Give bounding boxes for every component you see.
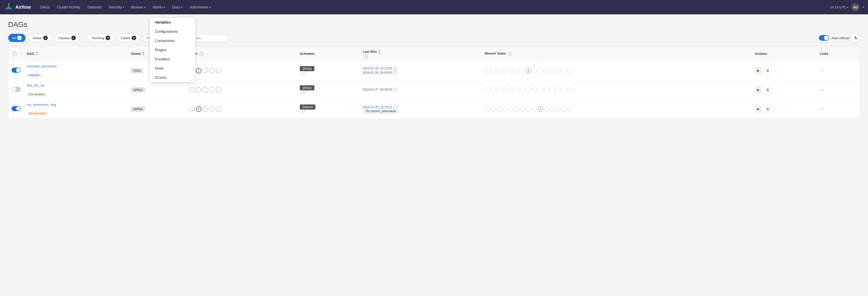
nav-admin[interactable]: Admin ▾ [150,3,168,11]
dag-toggle[interactable] [11,87,21,92]
filter-failed[interactable]: Failed 0 [117,34,140,42]
run-circle[interactable]: 2 [196,68,202,74]
refresh-button[interactable]: ↻ [851,34,860,42]
task-circle[interactable] [526,87,531,92]
run-circle[interactable] [189,87,195,93]
dag-toggle[interactable] [11,68,21,73]
task-circle[interactable] [550,68,555,73]
dropdown-connections[interactable]: Connections [150,36,195,45]
task-circle[interactable] [514,87,519,92]
nav-astronomer[interactable]: Astronomer ▾ [187,3,213,11]
run-circle[interactable] [209,68,215,74]
dropdown-variables[interactable]: Variables [150,18,195,27]
task-circle[interactable] [567,107,572,112]
task-circle[interactable] [561,107,566,112]
nav-dags[interactable]: DAGs [37,3,53,11]
task-circle[interactable] [544,68,549,73]
task-circle[interactable] [485,107,490,112]
dag-name-link[interactable]: find_the_iss [27,83,125,87]
task-circle[interactable] [544,87,549,92]
run-circle[interactable] [216,87,221,93]
run-circle[interactable]: 2 [196,106,202,112]
dropdown-plugins[interactable]: Plugins [150,45,195,55]
dag-toggle[interactable] [11,106,21,111]
dropdown-providers[interactable]: Providers [150,55,195,64]
last-run-date[interactable]: 2024-02-28, 14:18:59 [363,66,392,70]
recent-tasks-info-icon[interactable]: i [508,52,512,56]
task-circle[interactable] [491,68,496,73]
last-run-info-icon[interactable]: i [393,66,397,71]
trigger-dag-button[interactable]: ▶ [755,86,762,93]
delete-dag-button[interactable]: 🗑 [764,86,771,93]
more-options-button[interactable]: ··· [820,87,825,92]
task-circle[interactable] [532,107,537,112]
nav-docs[interactable]: Docs ▾ [169,3,186,11]
lastrun-sort[interactable]: Last Run ▲▼ [363,49,479,54]
task-circle[interactable] [526,107,531,112]
trigger-dag-button[interactable]: ▶ [755,106,762,113]
auto-refresh-toggle[interactable] [819,35,829,41]
task-circle[interactable] [538,87,543,92]
filter-paused[interactable]: Paused 1 [55,34,80,42]
task-circle[interactable] [502,87,507,92]
task-circle[interactable] [555,87,560,92]
nav-cluster-activity[interactable]: Cluster Activity [54,3,83,11]
run-circle[interactable] [216,106,221,112]
task-circle[interactable] [491,107,496,112]
task-circle[interactable] [502,107,507,112]
run-circle[interactable] [189,106,195,112]
run-circle[interactable] [196,87,202,93]
task-circle[interactable] [491,87,496,92]
task-circle[interactable] [497,68,502,73]
dag-name-link[interactable]: my_astronauts_dag [27,103,125,107]
task-circle[interactable] [520,87,525,92]
dropdown-xcoms[interactable]: XComs [150,73,195,82]
task-circle[interactable] [485,68,490,73]
task-circle[interactable] [544,107,549,112]
dag-sort[interactable]: DAG ▲▼ [27,51,125,56]
dag-name-link[interactable]: example_astronauts [27,64,125,68]
task-circle[interactable] [520,107,525,112]
trigger-dag-button[interactable]: ▶ [755,67,762,74]
run-circle[interactable] [203,106,208,112]
task-circle[interactable] [567,68,572,73]
dropdown-pools[interactable]: Pools [150,64,195,73]
task-circle[interactable] [502,68,507,73]
run-circle[interactable] [203,68,208,74]
task-circle[interactable] [514,107,519,112]
info-icon[interactable]: i [12,52,17,56]
task-circle[interactable] [508,68,514,73]
task-circle[interactable] [561,68,566,73]
app-logo[interactable]: Airflow [4,3,31,12]
task-circle[interactable] [561,87,566,92]
more-options-button[interactable]: ··· [820,106,825,111]
task-circle[interactable] [508,87,514,92]
filter-all[interactable]: All 3 [8,34,26,42]
task-circle[interactable]: 2 [538,107,543,112]
task-circle[interactable] [508,107,514,112]
more-options-button[interactable]: ··· [820,68,825,73]
task-circle[interactable] [497,87,502,92]
run-circle[interactable] [203,87,208,93]
task-circle[interactable] [538,68,543,73]
run-circle[interactable] [209,87,215,93]
task-circle[interactable] [555,68,560,73]
delete-dag-button[interactable]: 🗑 [764,106,771,113]
nav-security[interactable]: Security ▾ [105,3,127,11]
task-circle[interactable] [497,107,502,112]
task-circle[interactable] [520,68,525,73]
dropdown-configurations[interactable]: Configurations [150,27,195,36]
nav-browse[interactable]: Browse ▾ [128,3,149,11]
run-circle[interactable] [209,106,215,112]
filter-running[interactable]: Running 0 [88,34,114,42]
delete-dag-button[interactable]: 🗑 [764,67,771,74]
schedule-info-icon[interactable]: i [301,71,305,75]
task-circle[interactable] [514,68,519,73]
filter-active[interactable]: Active 2 [29,34,51,42]
time-display[interactable]: 14:19 UTC ▾ [830,5,848,9]
lastrun-info-icon[interactable]: i [364,54,368,58]
task-circle[interactable] [567,87,572,92]
nav-datasets[interactable]: Datasets [84,3,104,11]
task-circle[interactable] [550,87,555,92]
task-circle[interactable] [532,87,537,92]
